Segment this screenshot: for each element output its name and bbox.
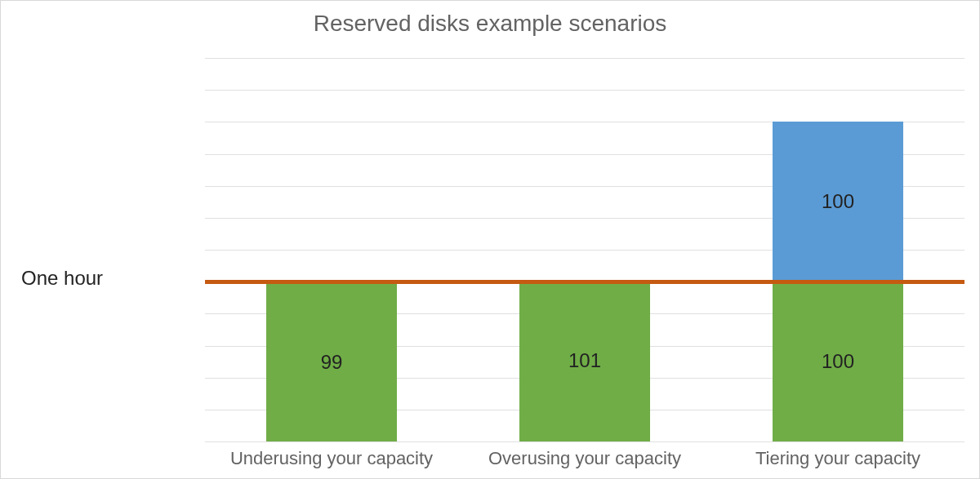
reference-line-label: One hour xyxy=(21,267,103,290)
category-label: Underusing your capacity xyxy=(205,448,458,469)
reference-line xyxy=(205,280,964,284)
bar-value-label: 100 xyxy=(773,350,903,373)
chart-title: Reserved disks example scenarios xyxy=(1,11,979,37)
bar-segment-blue: 100 xyxy=(773,122,903,282)
bar-segment-green: 100 xyxy=(773,282,903,441)
category-label: Overusing your capacity xyxy=(458,448,711,469)
bars-layer: 99101100100 xyxy=(205,58,964,441)
gridline xyxy=(205,441,964,442)
category-label: Tiering your capacity xyxy=(711,448,964,469)
bar-value-label: 100 xyxy=(773,190,903,213)
bar-group: 101 xyxy=(519,280,650,441)
bar-group: 99 xyxy=(266,283,397,441)
bar-segment-green: 99 xyxy=(266,283,397,441)
plot-area: 99101100100 xyxy=(205,58,964,441)
chart-frame: Reserved disks example scenarios One hou… xyxy=(0,0,980,479)
bar-value-label: 101 xyxy=(519,349,650,372)
bar-value-label: 99 xyxy=(266,351,397,374)
bar-segment-green: 101 xyxy=(519,280,650,441)
